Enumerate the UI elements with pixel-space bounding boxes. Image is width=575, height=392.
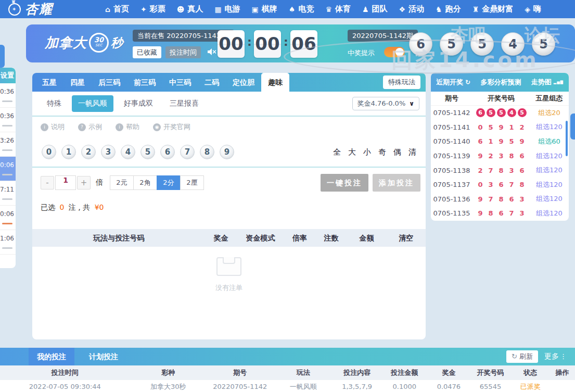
play-tab-6[interactable]: 定位胆 [226, 73, 261, 92]
win-tip-toggle[interactable] [384, 47, 405, 57]
play-tab-0[interactable]: 五星 [35, 73, 63, 92]
special-play-button[interactable]: 特殊玩法 [383, 75, 420, 89]
one-key-bet-button[interactable]: 一键投注 [321, 174, 368, 192]
my-bet-cell: 2022-07-05 09:30:44 [0, 380, 130, 392]
quick-pick-2[interactable]: 小 [363, 147, 371, 157]
nav-item-team[interactable]: ♟团队 [362, 4, 388, 14]
draw-number: 5 [497, 108, 506, 117]
help-icon: i [116, 123, 123, 131]
sub-tab-1[interactable]: 一帆风顺 [72, 95, 113, 112]
quick-pick-0[interactable]: 全 [333, 147, 341, 157]
sidebar-lottery-item-6[interactable]: 1:06 [0, 230, 16, 255]
draw-numbers: 03678 [472, 181, 530, 188]
draw-type-link[interactable]: 组选120 [530, 194, 569, 204]
quick-pick-3[interactable]: 奇 [378, 147, 386, 157]
nav-item-label: 彩票 [150, 4, 165, 14]
bottom-tab-0[interactable]: 我的投注 [29, 348, 74, 365]
sidebar-header[interactable]: 设置 [0, 68, 16, 83]
play-tab-7[interactable]: 趣味 [261, 73, 289, 92]
bet-time-button[interactable]: 投注时间 [165, 46, 201, 58]
sidebar-lottery-item-1[interactable]: 0:36 [0, 108, 16, 132]
bet-status[interactable]: 已派奖 [511, 380, 550, 392]
favorite-button[interactable]: 已收藏 [133, 46, 161, 58]
recent-tab-1[interactable]: 多彩分析预测 [480, 78, 521, 87]
multiplier-minus-button[interactable]: - [41, 176, 54, 189]
help-link[interactable]: i帮助 [116, 122, 139, 132]
draw-type-link[interactable]: 组选120 [530, 209, 569, 218]
play-tab-3[interactable]: 前三码 [127, 73, 162, 92]
number-ball-7[interactable]: 7 [180, 145, 195, 159]
draw-number: 9 [498, 123, 505, 131]
money-unit-3[interactable]: 2厘 [180, 175, 204, 190]
number-ball-9[interactable]: 9 [220, 145, 234, 159]
play-tab-5[interactable]: 二码 [198, 73, 226, 92]
sidebar-progress-bar [2, 223, 12, 224]
recent-tab-2[interactable]: 走势图▂▅▇ [531, 78, 564, 87]
draw-period: 0705-1142 [431, 109, 472, 117]
play-tab-2[interactable]: 后三码 [92, 73, 127, 92]
recent-tab-0[interactable]: 近期开奖↻ [436, 78, 470, 87]
nav-item-label: 体育 [335, 4, 351, 14]
number-ball-2[interactable]: 2 [81, 145, 96, 159]
nav-item-esports[interactable]: ♠电竞 [289, 4, 314, 14]
draw-type-link[interactable]: 组选60 [530, 137, 569, 146]
nav-item-egames[interactable]: ▦电游 [214, 4, 240, 14]
number-ball-6[interactable]: 6 [160, 145, 175, 159]
bet-col-header-6[interactable]: 清空 [386, 229, 426, 247]
more-button[interactable]: 更多⋮ [544, 352, 567, 361]
money-unit-1[interactable]: 2角 [133, 175, 157, 190]
money-unit-0[interactable]: 2元 [110, 175, 134, 190]
number-ball-5[interactable]: 5 [140, 145, 155, 159]
sidebar-lottery-item-4[interactable]: 7:11 [0, 181, 16, 206]
sidebar-lottery-item-3[interactable]: 0:06 [0, 157, 16, 181]
refresh-button[interactable]: ↻刷新 [506, 350, 538, 363]
nav-item-home[interactable]: ⌂首页 [105, 4, 129, 14]
number-ball-4[interactable]: 4 [121, 145, 135, 159]
quick-pick-4[interactable]: 偶 [393, 147, 401, 157]
draw-number: 8 [508, 152, 515, 160]
draw-type-link[interactable]: 组选120 [530, 180, 569, 189]
quick-pick-1[interactable]: 大 [348, 147, 356, 157]
add-bet-button[interactable]: 添加投注 [373, 174, 420, 192]
number-ball-8[interactable]: 8 [200, 145, 214, 159]
quick-pick-5[interactable]: 清 [408, 147, 416, 157]
play-tab-1[interactable]: 四星 [63, 73, 92, 92]
nav-item-boardgames[interactable]: ▣棋牌 [252, 4, 277, 14]
my-bet-cell: 20220705-1142 [207, 380, 274, 392]
multiplier-input[interactable]: 1 [55, 175, 76, 190]
mute-icon[interactable] [207, 48, 216, 58]
money-unit-2[interactable]: 2分 [157, 175, 181, 190]
my-bets-col-header-6: 奖金 [428, 365, 470, 380]
sidebar-lottery-item-5[interactable]: 0:06 [0, 206, 16, 230]
example-link[interactable]: ?示例 [78, 122, 102, 132]
explain-link[interactable]: i说明 [41, 122, 65, 132]
number-ball-3[interactable]: 3 [101, 145, 116, 159]
sidebar-lottery-item-0[interactable]: 0:36 [0, 83, 16, 108]
nav-item-sports[interactable]: ♛体育 [325, 4, 351, 14]
number-ball-1[interactable]: 1 [61, 145, 76, 159]
side-float-tab[interactable] [0, 45, 5, 68]
sub-tab-3[interactable]: 三星报喜 [163, 95, 205, 112]
floating-side-button[interactable] [570, 113, 575, 140]
nav-item-live[interactable]: ☻真人 [177, 4, 203, 14]
play-tab-4[interactable]: 中三码 [162, 73, 198, 92]
sidebar-lottery-item-2[interactable]: 3:26 [0, 132, 16, 157]
official-site-link[interactable]: ◉开奖官网 [153, 122, 190, 132]
bonus-select[interactable]: 奖金4.76-0.0%∨ [352, 97, 419, 110]
panel-scrollbar[interactable] [566, 121, 568, 156]
draw-type-link[interactable]: 组选20 [530, 108, 569, 118]
draw-type-link[interactable]: 组选120 [530, 122, 569, 132]
nav-item-activity[interactable]: ❖活动 [399, 4, 425, 14]
sub-tab-0[interactable]: 特殊 [41, 95, 68, 112]
nav-item-hi[interactable]: ◈嗨 [525, 4, 541, 14]
number-ball-0[interactable]: 0 [42, 145, 56, 159]
brand-logo[interactable]: ♛✶ 杏耀 [8, 1, 53, 18]
sub-tab-2[interactable]: 好事成双 [118, 95, 159, 112]
multiplier-plus-button[interactable]: + [77, 176, 91, 189]
bottom-tab-1[interactable]: 计划投注 [82, 348, 125, 365]
draw-type-link[interactable]: 组选120 [530, 151, 569, 161]
nav-item-paofen[interactable]: ♞跑分 [436, 4, 461, 14]
nav-item-jinding[interactable]: ♜金鼎财富 [472, 4, 514, 14]
draw-type-link[interactable]: 组选120 [530, 166, 569, 175]
nav-item-lottery[interactable]: ✦彩票 [140, 4, 165, 14]
